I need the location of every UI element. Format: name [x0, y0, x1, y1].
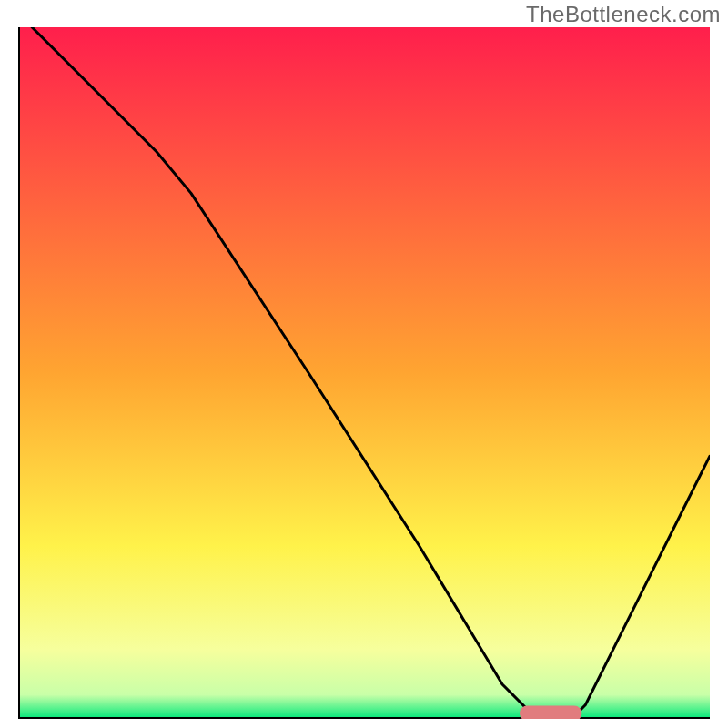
chart-svg [18, 27, 710, 719]
plot-area [18, 27, 710, 719]
chart-frame: TheBottleneck.com [0, 0, 728, 728]
attribution-label: TheBottleneck.com [526, 2, 721, 27]
minimum-marker [520, 706, 581, 719]
gradient-background [18, 27, 710, 719]
